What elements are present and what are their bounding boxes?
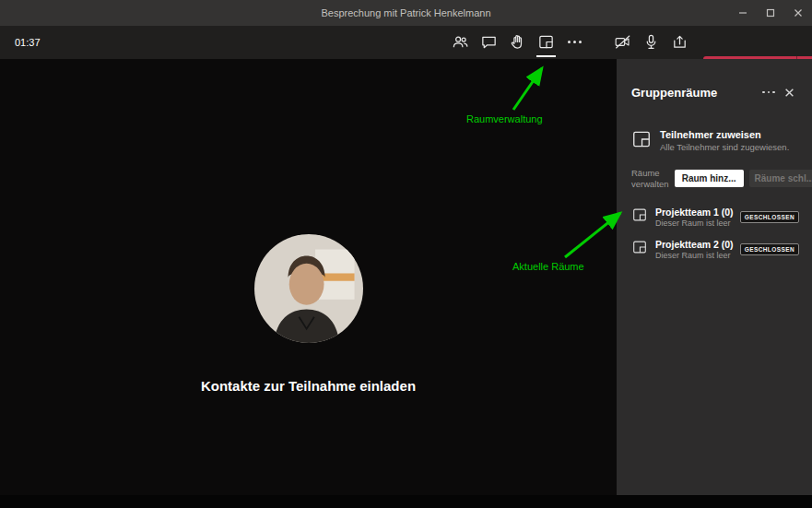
annotation-label-current-rooms: Aktuelle Räume xyxy=(512,261,584,272)
rooms-list: Projektteam 1 (0) Dieser Raum ist leer G… xyxy=(631,201,799,266)
room-text: Projektteam 1 (0) Dieser Raum ist leer xyxy=(655,207,733,228)
toolbar-center-icons xyxy=(446,28,589,55)
room-status-text: Dieser Raum ist leer xyxy=(655,251,733,260)
bottom-strip xyxy=(0,495,812,508)
minimize-button[interactable] xyxy=(729,0,757,26)
assign-title: Teilnehmer zuweisen xyxy=(660,129,789,140)
titlebar: Besprechung mit Patrick Henkelmann xyxy=(0,0,812,26)
room-icon xyxy=(631,239,648,255)
assign-subtitle: Alle Teilnehmer sind zugewiesen. xyxy=(660,142,789,152)
maximize-button[interactable] xyxy=(757,0,784,26)
assign-participants-icon xyxy=(631,129,652,149)
room-row-projektteam-1[interactable]: Projektteam 1 (0) Dieser Raum ist leer G… xyxy=(631,201,799,233)
ellipsis-icon xyxy=(762,91,775,94)
room-status-text: Dieser Raum ist leer xyxy=(655,219,733,228)
add-room-button[interactable]: Raum hinz... xyxy=(675,170,744,187)
teams-meeting-window: Besprechung mit Patrick Henkelmann 01:37 xyxy=(0,0,812,508)
participants-button[interactable] xyxy=(446,28,475,55)
room-icon-wrap xyxy=(631,207,648,227)
manage-rooms-label: Räume verwalten xyxy=(631,168,669,190)
room-name: Projektteam 2 (0) xyxy=(655,239,733,250)
maximize-icon xyxy=(766,8,775,18)
participants-icon xyxy=(452,33,469,51)
assign-text: Teilnehmer zuweisen Alle Teilnehmer sind… xyxy=(660,129,789,152)
breakout-rooms-icon xyxy=(537,33,555,51)
panel-close-button[interactable] xyxy=(779,83,799,101)
manage-rooms-row: Räume verwalten Raum hinz... Räume schl.… xyxy=(631,168,799,190)
window-title: Besprechung mit Patrick Henkelmann xyxy=(0,7,812,18)
room-icon xyxy=(631,207,648,223)
close-button[interactable] xyxy=(784,0,812,26)
meeting-timer: 01:37 xyxy=(15,26,41,59)
chat-icon xyxy=(480,33,498,51)
avatar-photo xyxy=(254,234,363,343)
raise-hand-icon xyxy=(509,33,526,51)
participant-avatar xyxy=(254,234,363,343)
annotation-label-room-management: Raumverwaltung xyxy=(466,113,543,124)
more-actions-button[interactable] xyxy=(560,28,589,55)
close-icon xyxy=(784,88,794,98)
minimize-icon xyxy=(738,8,747,18)
close-rooms-button[interactable]: Räume schl... xyxy=(749,170,812,187)
microphone-button[interactable] xyxy=(637,28,665,55)
panel-header: Gruppenräume xyxy=(631,83,799,101)
room-status-badge: GESCHLOSSEN xyxy=(740,243,799,255)
breakout-rooms-panel: Gruppenräume Teilnehmer zuweisen Alle Te… xyxy=(617,59,812,495)
camera-off-button[interactable] xyxy=(608,28,637,55)
panel-more-button[interactable] xyxy=(759,83,779,101)
panel-title: Gruppenräume xyxy=(631,86,759,100)
room-text: Projektteam 2 (0) Dieser Raum ist leer xyxy=(655,239,733,260)
toolbar-right-icons xyxy=(608,28,694,55)
share-screen-button[interactable] xyxy=(665,28,694,55)
microphone-icon xyxy=(642,33,660,51)
room-name: Projektteam 1 (0) xyxy=(655,207,733,218)
breakout-rooms-button[interactable] xyxy=(532,28,560,55)
invite-contacts-text[interactable]: Kontakte zur Teilnahme einladen xyxy=(0,378,617,394)
chat-button[interactable] xyxy=(475,28,503,55)
meeting-toolbar: 01:37 xyxy=(0,26,812,59)
assign-participants-row[interactable]: Teilnehmer zuweisen Alle Teilnehmer sind… xyxy=(631,129,799,153)
room-status-badge: GESCHLOSSEN xyxy=(740,211,799,223)
camera-off-icon xyxy=(614,33,631,51)
room-row-projektteam-2[interactable]: Projektteam 2 (0) Dieser Raum ist leer G… xyxy=(631,233,799,266)
raise-hand-button[interactable] xyxy=(503,28,532,55)
share-screen-icon xyxy=(671,33,688,51)
room-icon-wrap xyxy=(631,239,648,259)
window-controls xyxy=(729,0,812,26)
assign-icon-wrap xyxy=(631,129,652,153)
ellipsis-icon xyxy=(568,41,582,43)
close-icon xyxy=(794,8,803,18)
